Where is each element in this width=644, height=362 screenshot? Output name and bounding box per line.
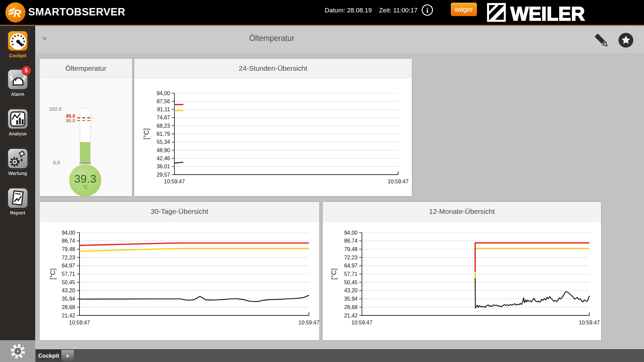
svg-text:57,71: 57,71 [62,271,75,277]
scale-max-label: 102.0 [49,106,62,112]
page-title: Öltemperatur [35,34,508,43]
favorite-star-icon[interactable] [618,32,634,50]
edit-pencil-icon[interactable] [594,32,612,50]
thermometer: 102.0 0.0 85.0 80.0 39.3 °C [40,78,132,196]
weiler-logo-icon [486,2,506,24]
sidebar-item-report[interactable]: Report [0,187,35,216]
svg-text:50,45: 50,45 [62,280,75,285]
chart-30d: 94,0086,7479,4872,2364,9757,7150,4543,20… [40,222,319,341]
svg-text:79,48: 79,48 [62,246,75,252]
settings-button[interactable] [0,340,35,362]
sidebar-item-label: Report [0,210,35,216]
svg-text:[°C]: [°C] [143,128,150,140]
svg-text:86,74: 86,74 [62,238,75,244]
svg-text:35,94: 35,94 [344,296,358,302]
sidebar-item-analyse[interactable]: Analyse [0,108,35,136]
gauge-icon [7,30,29,52]
svg-text:10:59:47: 10:59:47 [579,320,600,325]
svg-text:43,20: 43,20 [62,288,75,293]
chart-panel-30d: 30-Tage-Übersicht 94,0086,7479,4872,2364… [40,202,319,340]
svg-text:43,20: 43,20 [344,288,358,293]
tab-bar: Cockpit + [35,349,644,362]
svg-text:94,00: 94,00 [344,230,358,236]
alarm-limit-dashes [77,117,93,118]
svg-text:57,71: 57,71 [344,271,358,277]
warning-limit-dashes [77,120,93,121]
sidebar-item-label: Wartung [0,171,35,176]
user-button[interactable]: wäger [451,3,477,16]
add-tab-button[interactable]: + [61,350,74,362]
svg-text:i: i [426,6,428,14]
settings-gear-icon [8,342,27,361]
chart-12m: 94,0086,7479,4872,2364,9757,7150,4543,20… [323,222,601,341]
sidebar-item-label: Alarm [0,92,35,97]
chart-title: 24-Stunden-Übersicht [134,59,412,78]
svg-text:21,42: 21,42 [344,313,358,318]
svg-text:64,97: 64,97 [62,263,75,268]
alarm-count-badge: 5 [22,66,31,75]
sidebar-item-cockpit[interactable]: Cockpit [0,30,35,58]
scale-min-label: 0.0 [53,160,60,165]
temperature-unit: °C [69,184,101,190]
widget-title: Öltemperatur [40,59,132,78]
thermometer-bulb: 39.3 °C [69,164,101,196]
sidebar-nav: Cockpit 5 Alarm Analyse [0,26,35,340]
smartobserver-logo-icon: R [5,2,25,22]
top-bar: R SMARTOBSERVER Datum: 28.08.19 Zeit: 11… [0,0,644,25]
info-icon[interactable]: i [421,4,433,16]
time-label: Zeit: 11:00:17 [379,7,418,14]
svg-text:72,23: 72,23 [62,255,75,260]
thermometer-fill [80,142,90,164]
alarm-bell-icon: 5 [7,69,29,90]
brand-title: SMARTOBSERVER [28,6,125,18]
svg-text:10:59:47: 10:59:47 [299,320,319,325]
svg-text:61,79: 61,79 [157,131,170,137]
svg-text:79,48: 79,48 [344,246,358,252]
chart-panel-12m: 12-Monate-Übersicht 94,0086,7479,4872,23… [323,202,601,340]
tab-cockpit[interactable]: Cockpit [36,350,61,362]
report-document-icon [7,187,29,209]
svg-text:[°C]: [°C] [330,268,337,280]
weiler-logo-text: WEILER [511,3,585,25]
sidebar-item-label: Cockpit [0,53,35,58]
svg-text:64,97: 64,97 [344,263,358,268]
svg-text:50,45: 50,45 [344,280,358,285]
maintenance-gear-icon [7,148,29,169]
date-label: Datum: 28.08.19 [325,7,372,14]
svg-text:10:59:47: 10:59:47 [352,320,372,325]
svg-text:10:59:47: 10:59:47 [388,179,409,184]
svg-text:86,74: 86,74 [344,238,358,244]
svg-text:81,11: 81,11 [157,107,170,112]
svg-text:36,01: 36,01 [157,164,170,169]
chart-panel-24h: 24-Stunden-Übersicht 94,0087,5681,1174,6… [134,59,412,196]
svg-text:21,42: 21,42 [62,313,75,318]
svg-text:87,56: 87,56 [157,99,170,104]
svg-text:28,68: 28,68 [344,304,358,310]
chart-title: 12-Monate-Übersicht [323,202,601,222]
chart-title: 30-Tage-Übersicht [40,202,319,222]
svg-text:72,23: 72,23 [344,255,358,260]
svg-text:R: R [13,7,21,19]
svg-text:55,34: 55,34 [157,139,170,145]
svg-text:10:59:47: 10:59:47 [69,320,90,325]
sidebar-item-wartung[interactable]: Wartung [0,148,35,176]
temperature-value: 39.3 [69,173,101,184]
svg-text:29,57: 29,57 [157,172,170,178]
svg-text:42,46: 42,46 [157,156,170,161]
svg-text:68,23: 68,23 [157,123,170,129]
sidebar-item-label: Analyse [0,131,35,136]
svg-text:35,94: 35,94 [62,296,75,302]
analysis-chart-icon [7,108,29,130]
svg-text:28,68: 28,68 [62,304,75,310]
svg-text:10:59:47: 10:59:47 [164,179,185,184]
oil-temperature-widget-panel: Öltemperatur 102.0 0.0 85.0 80.0 39.3 °C [40,59,132,196]
svg-text:48,90: 48,90 [157,147,170,153]
svg-text:74,67: 74,67 [157,115,170,120]
warning-limit-label: 80.0 [60,118,75,123]
svg-text:94,00: 94,00 [62,230,75,236]
smartobserver-logo-glyph: R [5,2,25,22]
chart-24h: 94,0087,5681,1174,6768,2361,7955,3448,90… [134,78,412,196]
sidebar-item-alarm[interactable]: 5 Alarm [0,69,35,97]
thermometer-neck [79,162,91,164]
svg-text:[°C]: [°C] [49,268,56,280]
